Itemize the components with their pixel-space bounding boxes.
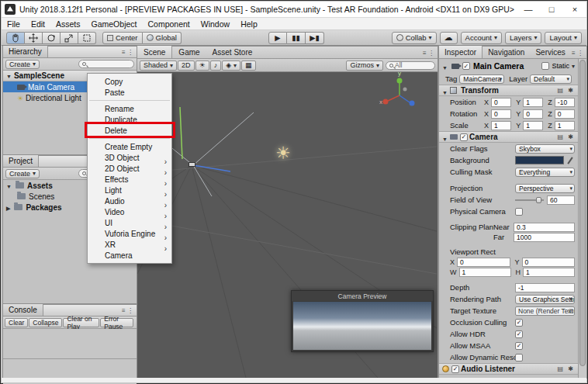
console-log-area[interactable] — [3, 329, 137, 384]
viewport-h-field[interactable]: 1 — [523, 268, 575, 277]
scrollbar-thumb[interactable] — [579, 60, 586, 366]
menu-item-delete[interactable]: Delete — [88, 125, 171, 136]
menu-component[interactable]: Component — [142, 19, 195, 29]
rotate-tool-button[interactable] — [43, 32, 61, 44]
menu-gameobject[interactable]: GameObject — [86, 19, 143, 29]
menu-window[interactable]: Window — [195, 19, 235, 29]
component-options-icons[interactable] — [558, 133, 575, 140]
menu-item-2d-object[interactable]: 2D Object — [88, 163, 171, 174]
menu-item-audio[interactable]: Audio — [88, 195, 171, 206]
panel-menu-icon[interactable] — [423, 50, 438, 58]
camera-gizmo-icon[interactable] — [189, 162, 195, 167]
component-options-icons[interactable] — [558, 87, 575, 94]
console-tab[interactable]: Console — [3, 304, 43, 316]
panel-menu-icon[interactable] — [572, 50, 586, 58]
rotation-x-field[interactable]: 0 — [491, 109, 511, 119]
project-create-button[interactable]: Create — [5, 169, 40, 178]
gameobject-name[interactable]: Main Camera — [473, 61, 524, 71]
account-dropdown[interactable]: Account — [461, 32, 502, 44]
pause-button[interactable]: ▮▮ — [287, 32, 306, 44]
shading-mode-dropdown[interactable]: Shaded — [140, 61, 177, 71]
menu-item-xr[interactable]: XR — [88, 239, 171, 250]
audio-listener-component-header[interactable]: Audio Listener — [439, 363, 578, 375]
console-collapse-button[interactable]: Collapse — [29, 318, 62, 327]
position-z-field[interactable]: -10 — [555, 98, 575, 107]
menu-item-rename[interactable]: Rename — [88, 103, 171, 114]
inspector-scrollbar[interactable] — [578, 59, 586, 378]
gizmos-dropdown[interactable]: Gizmos — [346, 61, 383, 71]
layout-dropdown[interactable]: Layout — [545, 32, 582, 44]
console-clear-on-play-button[interactable]: Clear on Play — [63, 318, 99, 327]
move-tool-button[interactable] — [25, 32, 43, 44]
menu-item-effects[interactable]: Effects — [88, 174, 171, 185]
clipping-near-field[interactable]: 0.3 — [514, 223, 575, 232]
fold-icon[interactable] — [6, 203, 12, 212]
scene-effects-dropdown[interactable]: ◈ — [222, 61, 240, 71]
rendering-path-dropdown[interactable]: Use Graphics Settings — [515, 295, 575, 304]
occlusion-culling-checkbox[interactable] — [515, 319, 523, 327]
menu-item-ui[interactable]: UI — [88, 217, 171, 228]
scale-y-field[interactable]: 1 — [523, 121, 543, 130]
clear-flags-dropdown[interactable]: Skybox — [515, 144, 575, 154]
2d-toggle-button[interactable]: 2D — [178, 61, 195, 71]
step-button[interactable]: ▶▮ — [306, 32, 324, 44]
layer-dropdown[interactable]: Default — [530, 74, 572, 84]
background-color-swatch[interactable] — [515, 156, 564, 164]
eyedropper-icon[interactable] — [567, 157, 573, 164]
menu-item-vuforia-engine[interactable]: Vuforia Engine — [88, 228, 171, 239]
culling-mask-dropdown[interactable]: Everything — [515, 168, 575, 177]
static-dropdown[interactable]: Static — [552, 62, 575, 70]
projection-dropdown[interactable]: Perspective — [515, 184, 575, 193]
tab-scene[interactable]: Scene — [137, 46, 172, 58]
fold-icon[interactable] — [442, 130, 450, 144]
hand-tool-button[interactable] — [6, 32, 25, 44]
console-splitter[interactable] — [3, 358, 137, 359]
minimize-button[interactable] — [517, 2, 540, 17]
console-clear-button[interactable]: Clear — [5, 318, 28, 327]
position-x-field[interactable]: 0 — [491, 98, 511, 107]
hierarchy-search-input[interactable] — [78, 60, 134, 68]
tag-dropdown[interactable]: MainCamera — [459, 74, 504, 84]
menu-file[interactable]: File — [2, 19, 26, 29]
hierarchy-create-button[interactable]: Create — [5, 60, 40, 69]
sun-gizmo-icon[interactable]: ☀ — [275, 144, 291, 164]
viewport-x-field[interactable]: 0 — [457, 258, 510, 267]
physical-camera-checkbox[interactable] — [515, 208, 523, 216]
tab-inspector[interactable]: Inspector — [439, 46, 483, 58]
tab-game[interactable]: Game — [172, 46, 206, 58]
menu-item-3d-object[interactable]: 3D Object — [88, 152, 171, 163]
component-options-icons[interactable] — [558, 365, 575, 372]
scale-x-field[interactable]: 1 — [491, 121, 511, 130]
menu-edit[interactable]: Edit — [26, 19, 50, 29]
menu-help[interactable]: Help — [235, 19, 263, 29]
scene-lighting-toggle[interactable]: ☀ — [195, 61, 209, 71]
rotation-y-field[interactable]: 0 — [523, 109, 543, 119]
fold-icon[interactable] — [6, 182, 14, 190]
tab-asset-store[interactable]: Asset Store — [206, 46, 259, 58]
gameobject-enabled-checkbox[interactable] — [462, 62, 470, 70]
slider-thumb[interactable] — [536, 197, 541, 203]
maximize-button[interactable] — [540, 2, 563, 17]
menu-item-camera[interactable]: Camera — [88, 250, 171, 261]
target-texture-field[interactable]: None (Render Textur — [515, 306, 575, 316]
viewport-w-field[interactable]: 1 — [459, 268, 511, 277]
scene-viewport[interactable]: y x ☀ Camera Preview — [137, 72, 438, 378]
rect-tool-button[interactable] — [78, 32, 96, 44]
menu-item-paste[interactable]: Paste — [88, 87, 171, 98]
camera-component-header[interactable]: Camera — [439, 131, 578, 143]
fold-icon[interactable] — [442, 59, 450, 73]
menu-item-create-empty[interactable]: Create Empty — [88, 141, 171, 152]
tab-navigation[interactable]: Navigation — [483, 46, 530, 58]
menu-item-light[interactable]: Light — [88, 185, 171, 195]
hierarchy-tab[interactable]: Hierarchy — [3, 46, 48, 57]
rotation-z-field[interactable]: 0 — [555, 109, 575, 119]
allow-hdr-checkbox[interactable] — [515, 330, 523, 338]
allow-dynamic-resolution-checkbox[interactable] — [515, 354, 523, 362]
fold-icon[interactable] — [442, 84, 450, 98]
clipping-far-field[interactable]: 1000 — [514, 233, 575, 242]
depth-field[interactable]: -1 — [515, 283, 575, 292]
menu-assets[interactable]: Assets — [50, 19, 86, 29]
collab-dropdown[interactable]: Collab — [392, 32, 437, 44]
menu-item-copy[interactable]: Copy — [88, 76, 171, 87]
viewport-y-field[interactable]: 0 — [522, 258, 575, 267]
